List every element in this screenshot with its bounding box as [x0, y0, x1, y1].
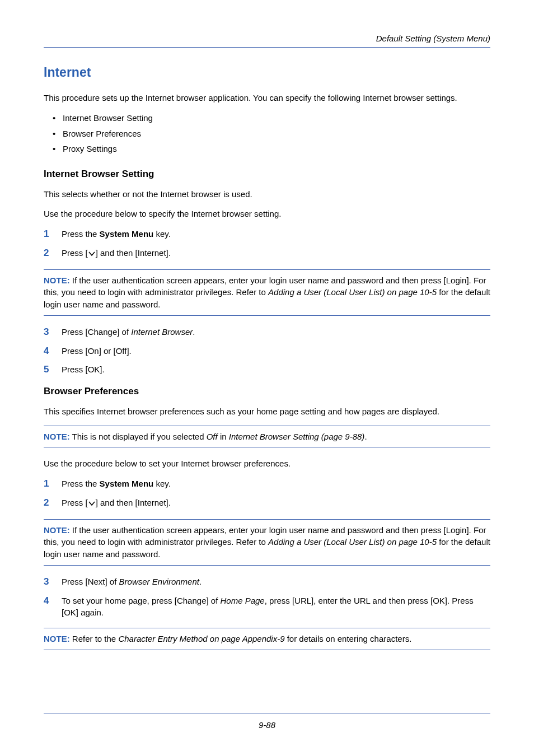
step-item: Press [] and then [Internet].	[44, 497, 490, 510]
step-text: Press [Change] of	[62, 327, 131, 337]
note-block: NOTE: If the user authentication screen …	[44, 519, 490, 566]
note-label: NOTE:	[44, 525, 70, 535]
note-text: .	[364, 432, 367, 441]
body-text: Use the procedure below to set your Inte…	[44, 458, 490, 470]
step-text: Press [Next] of	[62, 577, 119, 586]
feature-bullet-list: Internet Browser Setting Browser Prefere…	[53, 112, 490, 155]
step-list: Press the System Menu key. Press [] and …	[44, 228, 490, 260]
step-text: Press [	[62, 498, 88, 507]
step-text: Press [	[62, 248, 88, 258]
note-block: NOTE: Refer to the Character Entry Metho…	[44, 628, 490, 650]
note-label: NOTE:	[44, 634, 70, 643]
step-text: .	[199, 577, 202, 586]
subheading-browser-setting: Internet Browser Setting	[44, 167, 490, 181]
step-text-italic: Internet Browser	[131, 327, 193, 337]
note-label: NOTE:	[44, 432, 70, 441]
step-item: Press the System Menu key.	[44, 228, 490, 240]
intro-paragraph: This procedure sets up the Internet brow…	[44, 92, 490, 104]
step-list: Press [Next] of Browser Environment. To …	[44, 576, 490, 619]
step-item: Press [OK].	[44, 363, 490, 376]
chevron-down-icon	[88, 498, 96, 510]
subheading-browser-prefs: Browser Preferences	[44, 385, 490, 399]
note-text: for details on entering characters.	[285, 634, 412, 643]
note-block: NOTE: If the user authentication screen …	[44, 269, 490, 316]
bullet-item: Internet Browser Setting	[53, 112, 490, 124]
step-text: ] and then [Internet].	[96, 498, 171, 507]
step-text: key.	[153, 229, 171, 239]
body-text: This selects whether or not the Internet…	[44, 188, 490, 200]
note-text: This is not displayed if you selected	[70, 432, 207, 441]
step-item: Press the System Menu key.	[44, 478, 490, 490]
body-text: Use the procedure below to specify the I…	[44, 208, 490, 220]
step-text-italic: Home Page	[221, 596, 265, 605]
note-text-italic: Adding a User (Local User List) on page …	[268, 287, 437, 297]
step-text: ] and then [Internet].	[96, 248, 171, 258]
note-text-italic: Adding a User (Local User List) on page …	[268, 537, 437, 547]
step-item: Press [Change] of Internet Browser.	[44, 326, 490, 338]
step-text-bold: System Menu	[100, 479, 154, 488]
step-text: .	[193, 327, 195, 337]
page-number: 9-88	[259, 720, 275, 730]
note-text: in	[218, 432, 229, 441]
bullet-item: Browser Preferences	[53, 128, 490, 140]
section-title: Internet	[44, 63, 490, 82]
step-list: Press the System Menu key. Press [] and …	[44, 478, 490, 510]
step-text: To set your home page, press [Change] of	[62, 596, 221, 605]
footer-rule	[44, 713, 490, 713]
note-label: NOTE:	[44, 276, 70, 285]
chevron-down-icon	[88, 248, 96, 260]
note-text: Refer to the	[70, 634, 119, 643]
note-block: NOTE: This is not displayed if you selec…	[44, 426, 490, 448]
note-text-italic: Internet Browser Setting (page 9-88)	[229, 432, 365, 441]
step-item: Press [] and then [Internet].	[44, 247, 490, 260]
step-text-bold: System Menu	[100, 229, 154, 239]
step-item: Press [Next] of Browser Environment.	[44, 576, 490, 588]
note-text-italic: Character Entry Method on page Appendix-…	[118, 634, 284, 643]
step-list: Press [Change] of Internet Browser. Pres…	[44, 326, 490, 376]
step-text: Press the	[62, 229, 100, 239]
body-text: This specifies Internet browser preferen…	[44, 405, 490, 418]
note-text-italic: Off	[207, 432, 218, 441]
step-text: Press the	[62, 479, 100, 488]
step-item: Press [On] or [Off].	[44, 345, 490, 357]
step-item: To set your home page, press [Change] of…	[44, 595, 490, 619]
page-footer: 9-88	[0, 713, 534, 731]
step-text: key.	[153, 479, 171, 488]
page-content: Default Setting (System Menu) Internet T…	[0, 0, 534, 650]
step-text-italic: Browser Environment	[119, 577, 199, 586]
bullet-item: Proxy Settings	[53, 143, 490, 155]
header-breadcrumb: Default Setting (System Menu)	[44, 32, 490, 48]
